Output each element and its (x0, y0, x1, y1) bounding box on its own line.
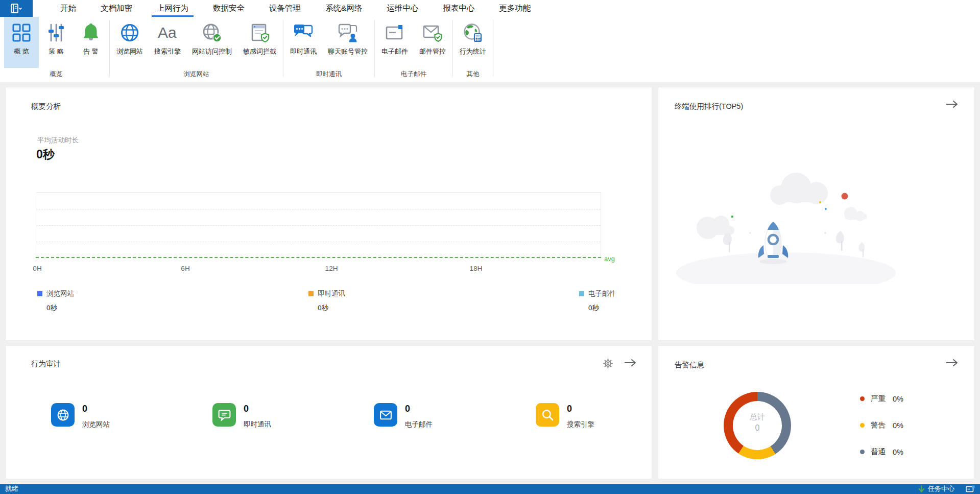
stat-value: 0 (244, 404, 271, 414)
panel-title: 行为审计 (31, 359, 61, 369)
ribbon-item-label: 网站访问控制 (192, 47, 232, 56)
ribbon-group-overview: 概 览 策 略 (4, 17, 108, 82)
mail-control-shield-icon (422, 21, 443, 44)
tab-more-features[interactable]: 更多功能 (487, 0, 543, 17)
taskbar-message-icon[interactable] (966, 485, 975, 492)
ribbon-item-sensitive-word-block[interactable]: 敏感词拦截 (237, 17, 282, 68)
avg-line-label: avg (604, 255, 615, 263)
magnifier-icon (536, 403, 559, 427)
ribbon-item-label: 行为统计 (460, 47, 486, 56)
arrow-right-icon[interactable] (945, 100, 959, 109)
task-center-label: 任务中心 (928, 484, 954, 493)
legend-value: 0% (893, 448, 903, 456)
legend-dot (860, 450, 865, 454)
stat-value: 0 (405, 404, 433, 414)
legend-dot (860, 423, 865, 428)
panel-title: 告警信息 (675, 360, 704, 370)
ribbon-item-label: 告 警 (83, 47, 99, 56)
chat-bubble-icon (212, 403, 236, 427)
alert-bell-icon (81, 21, 101, 44)
panel-terminal-ranking: 终端使用排行(TOP5) (658, 87, 975, 341)
panel-behavior-audit: 行为审计 (5, 345, 652, 479)
stat-tile-email[interactable]: 0 电子邮件 (374, 403, 433, 429)
legend-value: 0% (893, 395, 903, 403)
app-menu-button[interactable] (0, 0, 33, 17)
tab-start[interactable]: 开始 (48, 0, 88, 17)
ribbon-divider (109, 20, 110, 77)
legend-label: 即时通讯 (318, 289, 345, 298)
tab-system-network[interactable]: 系统&网络 (313, 0, 374, 17)
arrow-right-icon[interactable] (623, 358, 637, 367)
gridline (36, 209, 601, 209)
browse-globe-icon (119, 21, 140, 44)
stat-tile-browse-website[interactable]: 0 浏览网站 (51, 403, 110, 429)
ribbon-item-alert[interactable]: 告 警 (74, 17, 108, 68)
panel-title: 概要分析 (31, 102, 61, 111)
ribbon-item-label: 电子邮件 (381, 47, 408, 56)
avg-activity-value: 0秒 (36, 147, 55, 162)
tab-report-center[interactable]: 报表中心 (431, 0, 487, 17)
ribbon-divider (283, 20, 283, 77)
ribbon-item-mail-control[interactable]: 邮件管控 (414, 17, 451, 68)
x-axis-tick: 12H (325, 265, 338, 272)
ribbon-divider (452, 20, 453, 77)
activity-line-chart: avg (36, 192, 601, 258)
app-window-icon (10, 3, 23, 14)
legend-item-im[interactable]: 即时通讯 0秒 (308, 289, 345, 313)
legend-value: 0% (893, 421, 903, 430)
site-access-globe-check-icon (202, 21, 222, 44)
ribbon-item-email[interactable]: 电子邮件 (376, 17, 414, 68)
ribbon-item-search-engine[interactable]: Aa 搜索引擎 (149, 17, 186, 68)
globe-icon (51, 403, 75, 427)
x-axis-tick: 18H (470, 265, 483, 272)
avg-activity-label: 平均活动时长 (37, 136, 79, 145)
ribbon-item-label: 聊天账号管控 (328, 47, 368, 56)
behavior-stats-globe-icon (463, 21, 483, 44)
ribbon-divider (493, 20, 493, 77)
legend-label: 电子邮件 (588, 289, 616, 298)
ribbon-item-behavior-statistics[interactable]: 行为统计 (454, 17, 492, 68)
envelope-icon (374, 403, 397, 427)
ribbon-item-instant-messaging[interactable]: 即时通讯 (284, 17, 322, 68)
legend-item-browse[interactable]: 浏览网站 0秒 (37, 289, 74, 313)
ribbon-item-policy[interactable]: 策 略 (39, 17, 74, 68)
stat-value: 0 (82, 404, 110, 414)
panel-title: 终端使用排行(TOP5) (675, 102, 743, 111)
legend-value: 0秒 (318, 303, 345, 313)
alert-legend-normal[interactable]: 普通 0% (860, 447, 903, 457)
ribbon-group-label: 即时通讯 (284, 68, 373, 82)
ribbon-item-site-access-control[interactable]: 网站访问控制 (186, 17, 237, 68)
stat-tile-search-engine[interactable]: 0 搜索引擎 (536, 403, 594, 429)
gear-icon[interactable] (603, 359, 613, 368)
stat-label: 搜索引擎 (567, 420, 594, 429)
tab-doc-encryption[interactable]: 文档加密 (88, 0, 145, 17)
chat-account-user-icon (338, 21, 358, 44)
donut-center-label: 总计 (733, 412, 782, 422)
legend-item-email[interactable]: 电子邮件 0秒 (579, 289, 616, 313)
ribbon-group-im: 即时通讯 聊天账号管控 即时通讯 (284, 17, 373, 82)
alert-legend-warning[interactable]: 警告 0% (860, 420, 903, 430)
alerts-donut: 总计 0 (724, 392, 791, 459)
ribbon-item-chat-account-control[interactable]: 聊天账号管控 (322, 17, 373, 68)
status-ready-label: 就绪 (5, 484, 18, 493)
legend-label: 警告 (871, 420, 886, 430)
stat-tile-instant-messaging[interactable]: 0 即时通讯 (212, 403, 271, 429)
tab-ops-center[interactable]: 运维中心 (374, 0, 431, 17)
alert-legend-critical[interactable]: 严重 0% (860, 394, 903, 404)
ribbon-group-email: 电子邮件 邮件管控 电子邮件 (376, 17, 451, 82)
legend-value: 0秒 (46, 303, 74, 313)
ribbon-item-browse-website[interactable]: 浏览网站 (111, 17, 149, 68)
ribbon-divider (374, 20, 375, 77)
task-center-button[interactable]: 任务中心 (918, 484, 954, 493)
tab-internet-behavior[interactable]: 上网行为 (145, 0, 201, 17)
legend-swatch (579, 291, 584, 296)
tab-data-security[interactable]: 数据安全 (201, 0, 257, 17)
arrow-right-icon[interactable] (945, 358, 959, 367)
stat-value: 0 (567, 404, 594, 414)
panel-alert-info: 告警信息 总计 0 严重 0% 警告 0% 普通 0% (658, 345, 975, 479)
ribbon-item-label: 浏览网站 (116, 47, 143, 56)
ribbon-item-overview[interactable]: 概 览 (4, 17, 39, 68)
legend-label: 浏览网站 (46, 289, 74, 298)
tab-device-management[interactable]: 设备管理 (257, 0, 313, 17)
gridline (36, 225, 601, 226)
